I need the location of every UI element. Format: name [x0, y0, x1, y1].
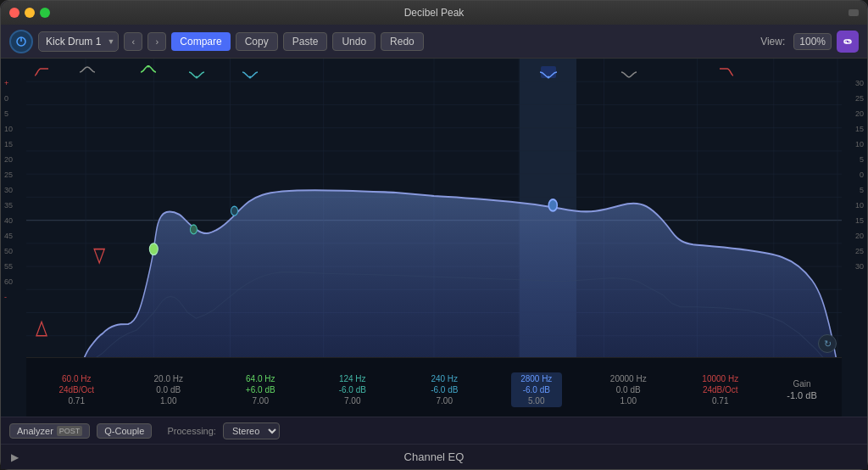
post-badge: POST — [57, 426, 83, 436]
gain-section: Gain -1.0 dB — [787, 379, 816, 400]
band1-gain: 24dB/Oct — [58, 385, 94, 394]
title-bar: Decibel Peak — [1, 1, 867, 25]
band6-q: 5.00 — [528, 396, 544, 406]
window-resize-handle[interactable] — [849, 9, 859, 16]
db-label-25: 25 — [4, 167, 26, 182]
maximize-button[interactable] — [40, 8, 50, 18]
processing-select[interactable]: Stereo Left Right Mid Side — [223, 422, 280, 439]
svg-point-46 — [248, 76, 251, 79]
band7-gain: 0.0 dB — [616, 385, 641, 394]
link-button[interactable] — [837, 31, 859, 53]
play-button[interactable]: ▶ — [11, 451, 19, 463]
svg-point-48 — [548, 76, 550, 79]
svg-point-42 — [548, 199, 557, 211]
rdb-10: 10 — [855, 137, 864, 152]
db-label-55: 55 — [4, 259, 26, 274]
band3-gain: +6.0 dB — [246, 385, 275, 394]
redo-button[interactable]: Redo — [381, 32, 424, 51]
db-label-0: 0 — [4, 91, 26, 106]
band-handle-2[interactable] — [80, 65, 95, 82]
band-param-7: 20000 Hz 0.0 dB 1.00 — [603, 374, 654, 406]
band-param-6: 2800 Hz -6.0 dB 5.00 — [511, 372, 562, 407]
eq-container: + 0 5 10 15 20 25 30 35 40 45 50 55 60 - — [1, 59, 867, 417]
rdb-15: 15 — [855, 121, 864, 137]
band-param-4: 124 Hz -6.0 dB 7.00 — [327, 374, 378, 406]
db-label-45: 45 — [4, 228, 26, 243]
band-handle-5[interactable] — [242, 65, 258, 82]
band5-gain: -6.0 dB — [431, 385, 458, 394]
svg-point-41 — [231, 206, 238, 215]
band7-q: 1.00 — [620, 396, 637, 406]
band4-q: 7.00 — [344, 396, 360, 406]
db-label-15: 15 — [4, 137, 26, 152]
compare-button[interactable]: Compare — [171, 32, 230, 51]
band1-freq: 60.0 Hz — [62, 374, 91, 383]
band3-q: 7.00 — [253, 396, 269, 406]
main-window: Decibel Peak Kick Drum 1 ▼ ‹ › Compare C… — [0, 0, 868, 470]
db-labels-right: 30 25 20 15 10 5 0 5 10 15 20 25 30 — [842, 59, 867, 417]
window-title: Decibel Peak — [404, 7, 465, 19]
eq-main[interactable]: 20 50 100 200 500 1k 2k 5k 10k 20k — [26, 59, 842, 417]
band8-freq: 10000 Hz — [702, 374, 738, 383]
refresh-button[interactable]: ↻ — [818, 334, 837, 353]
band-handle-6[interactable] — [540, 65, 557, 82]
paste-button[interactable]: Paste — [283, 32, 328, 51]
db-labels-left: + 0 5 10 15 20 25 30 35 40 45 50 55 60 - — [1, 59, 26, 417]
svg-point-45 — [196, 76, 198, 79]
window-controls — [9, 8, 50, 18]
band7-freq: 20000 Hz — [610, 374, 647, 383]
db-label-50: 50 — [4, 243, 26, 259]
band2-freq: 20.0 Hz — [154, 374, 183, 383]
preset-dropdown[interactable]: Kick Drum 1 ▼ — [38, 31, 119, 52]
rdb-20: 20 — [855, 106, 864, 121]
processing-label: Processing: — [167, 426, 215, 436]
rdb-30: 30 — [855, 76, 864, 91]
gain-label: Gain — [793, 379, 810, 389]
db-label-5: 5 — [4, 106, 26, 121]
rdb-20b: 20 — [855, 228, 864, 243]
rdb-5b: 5 — [860, 182, 864, 198]
band-param-8: 10000 Hz 24dB/Oct 0.71 — [695, 374, 746, 406]
dropdown-arrow-icon: ▼ — [107, 37, 114, 46]
band4-gain: -6.0 dB — [339, 385, 366, 394]
undo-button[interactable]: Undo — [332, 32, 376, 51]
band2-q: 1.00 — [160, 396, 176, 406]
qcouple-button[interactable]: Q-Couple — [97, 423, 152, 439]
rdb-15b: 15 — [855, 213, 864, 228]
power-button[interactable] — [9, 30, 33, 53]
band-handle-1[interactable] — [33, 65, 48, 82]
nav-forward-button[interactable]: › — [147, 32, 166, 51]
band-handle-3[interactable] — [141, 65, 156, 82]
db-label-35: 35 — [4, 198, 26, 213]
band6-freq: 2800 Hz — [520, 374, 552, 383]
band-param-3: 64.0 Hz +6.0 dB 7.00 — [235, 374, 286, 406]
band-param-5: 240 Hz -6.0 dB 7.00 — [419, 374, 470, 406]
copy-button[interactable]: Copy — [236, 32, 278, 51]
rdb-25: 25 — [855, 91, 864, 106]
close-button[interactable] — [9, 8, 19, 18]
minimize-button[interactable] — [25, 8, 35, 18]
svg-marker-43 — [94, 249, 104, 263]
band4-freq: 124 Hz — [339, 374, 366, 383]
db-label-20: 20 — [4, 152, 26, 167]
view-value[interactable]: 100% — [793, 33, 832, 50]
footer-bar: ▶ Channel EQ — [1, 444, 867, 469]
analyzer-button[interactable]: Analyzer POST — [9, 423, 90, 439]
param-row: 60.0 Hz 24dB/Oct 0.71 20.0 Hz 0.0 dB 1.0… — [26, 357, 842, 417]
band8-gain: 24dB/Oct — [703, 385, 738, 394]
band-param-1: 60.0 Hz 24dB/Oct 0.71 — [51, 374, 102, 406]
plugin-title: Channel EQ — [404, 450, 465, 463]
svg-marker-38 — [36, 322, 47, 335]
band-handle-8[interactable] — [720, 65, 735, 82]
band1-q: 0.71 — [69, 396, 85, 406]
bottom-toolbar: Analyzer POST Q-Couple Processing: Stere… — [1, 417, 867, 444]
view-label: View: — [760, 36, 785, 48]
band-handles-row — [26, 63, 842, 84]
db-label-40: 40 — [4, 213, 26, 228]
db-label-60: 60 — [4, 274, 26, 289]
db-label-30: 30 — [4, 182, 26, 198]
rdb-0: 0 — [860, 167, 864, 182]
band-handle-7[interactable] — [621, 65, 637, 82]
nav-back-button[interactable]: ‹ — [124, 32, 142, 51]
band-handle-4[interactable] — [189, 65, 204, 82]
